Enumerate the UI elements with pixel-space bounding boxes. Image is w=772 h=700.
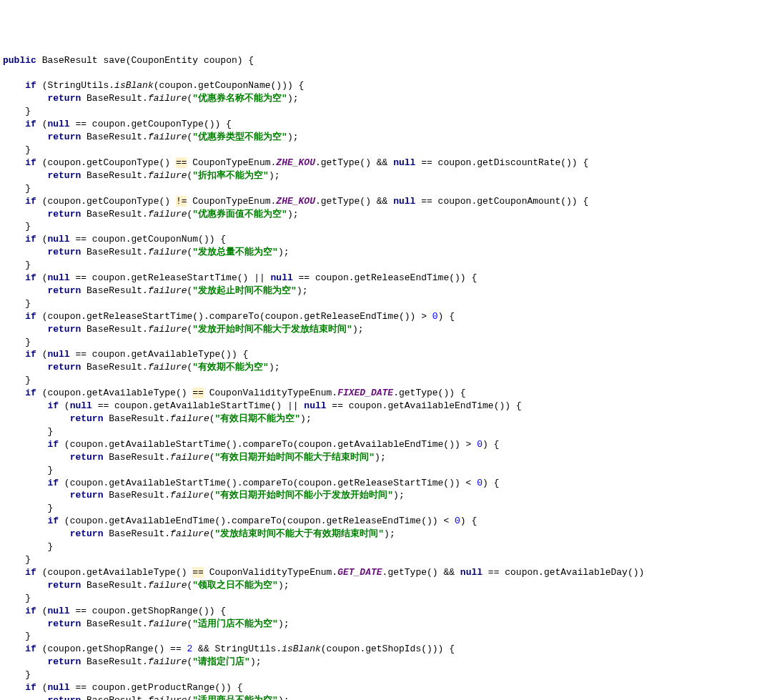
string-literal: "适用门店不能为空" [192,618,278,629]
string-literal: "有效期不能为空" [192,362,269,373]
keyword-if: if [25,119,36,129]
code-block: public BaseResult save(CouponEntity coup… [3,54,769,700]
param-name: coupon [204,55,237,66]
op-eq: == [192,388,204,398]
method-failure: failure [148,93,187,104]
keyword-if: if [25,80,36,91]
keyword-if: if [47,439,59,450]
method-getcoupontype: getCouponType [131,119,203,129]
keyword-if: if [25,682,36,693]
string-literal: "适用商品不能为空" [192,695,278,700]
method-isblank: isBlank [114,80,154,91]
string-literal: "有效日期不能为空" [215,413,301,424]
string-literal: "优惠券面值不能为空" [192,209,287,220]
class-coupontypeenum: CouponTypeEnum [192,157,270,168]
string-literal: "折扣率不能为空" [192,170,269,181]
keyword-return: return [47,132,81,142]
keyword-null: null [47,119,69,129]
enum-zhekou: ZHE_KOU [276,196,315,207]
string-literal: "发放开始时间不能大于发放结束时间" [192,324,352,335]
op-ne: != [176,196,187,207]
class-stringutils: StringUtils [47,80,109,91]
string-literal: "优惠券类型不能为空" [192,132,287,142]
keyword-if: if [47,516,59,526]
string-literal: "领取之日不能为空" [192,580,278,591]
keyword-if: if [25,644,36,654]
keyword-if: if [25,196,36,207]
enum-zhekou: ZHE_KOU [276,157,315,168]
number-zero: 0 [455,516,460,526]
number-zero: 0 [477,478,482,488]
method-compareto: compareTo [209,311,259,322]
method-getcouponname: getCouponName [198,80,270,91]
number-two: 2 [187,644,192,654]
method-getavailableendtime: getAvailableEndTime [387,400,493,411]
number-zero: 0 [432,311,438,322]
method-getreleaseendtime: getReleaseEndTime [355,272,450,283]
method-getdiscountrate: getDiscountRate [477,157,560,168]
method-name: save [103,55,125,66]
keyword-if: if [25,311,36,322]
op-eq: == [192,567,204,578]
method-getavailabletype: getAvailableType [131,349,220,360]
param-type: CouponEntity [131,55,198,66]
keyword-if: if [25,349,36,360]
keyword-if: if [25,234,36,245]
string-literal: "发放起止时间不能为空" [192,285,297,296]
method-getshoprange: getShopRange [131,606,198,616]
keyword-if: if [25,272,36,283]
method-getproductrange: getProductRange [131,682,214,693]
string-literal: "优惠券名称不能为空" [192,93,287,104]
return-type: BaseResult [42,55,98,66]
keyword-if: if [47,400,59,411]
enum-fixeddate: FIXED_DATE [337,388,393,398]
class-couponvaliditytypeenum: CouponValidityTypeEnum [209,388,332,398]
number-zero: 0 [477,439,482,450]
keyword-return: return [47,93,81,104]
string-literal: "发放结束时间不能大于有效期结束时间" [215,528,385,539]
op-eq: == [176,157,187,168]
method-getreleasestarttime: getReleaseStartTime [131,272,237,283]
keyword-if: if [25,606,36,616]
keyword-if: if [25,567,36,578]
method-getavailablestarttime: getAvailableStartTime [154,400,271,411]
method-getavailableday: getAvailableDay [544,567,628,578]
enum-getdate: GET_DATE [337,567,382,578]
keyword-public: public [3,55,36,66]
string-literal: "有效日期开始时间不能大于结束时间" [215,452,375,463]
class-baseresult: BaseResult [86,93,142,104]
keyword-if: if [47,478,59,488]
keyword-if: if [25,388,36,398]
string-literal: "请指定门店" [192,656,250,667]
method-getshopids: getShopIds [365,644,421,654]
keyword-if: if [25,157,36,168]
method-getcouponamount: getCouponAmount [477,196,560,207]
string-literal: "有效日期开始时间不能小于发放开始时间" [215,490,394,501]
string-literal: "发放总量不能为空" [192,247,278,257]
method-getcouponnum: getCouponNum [131,234,198,245]
